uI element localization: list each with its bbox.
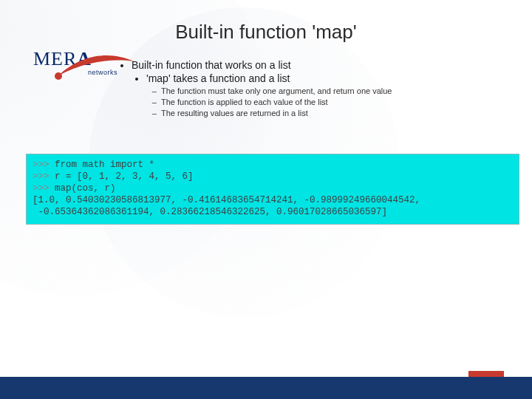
bullet-level3: The function is applied to each value of…: [161, 98, 510, 106]
repl-prompt: >>>: [33, 160, 55, 170]
code-line: from math import *: [55, 160, 154, 170]
svg-point-0: [55, 72, 62, 80]
code-output: [1.0, 0.54030230586813977, -0.4161468365…: [33, 195, 420, 205]
background-deco: [0, 0, 266, 296]
slide-title: Built-in function 'map': [0, 21, 532, 44]
bullet-level2: 'map' takes a function and a list: [146, 72, 510, 84]
repl-prompt: >>>: [33, 183, 55, 194]
bullet-level3: The function must take only one argument…: [161, 86, 510, 95]
repl-prompt: >>>: [33, 171, 55, 182]
brand-subtext: networks: [88, 69, 117, 76]
content-area: Built-in function that works on a list '…: [118, 58, 510, 120]
bullet-level1: Built-in function that works on a list: [132, 59, 510, 71]
footer-bar: [0, 377, 532, 399]
code-output: -0.65364362086361194, 0.2836621854632262…: [33, 207, 387, 217]
code-line: map(cos, r): [55, 183, 116, 194]
code-block: >>> from math import * >>> r = [0, 1, 2,…: [26, 154, 519, 225]
bullet-level3: The resulting values are returned in a l…: [161, 109, 510, 117]
code-line: r = [0, 1, 2, 3, 4, 5, 6]: [55, 171, 194, 182]
footer-accent: [468, 371, 504, 377]
slide-footer: [0, 369, 532, 399]
